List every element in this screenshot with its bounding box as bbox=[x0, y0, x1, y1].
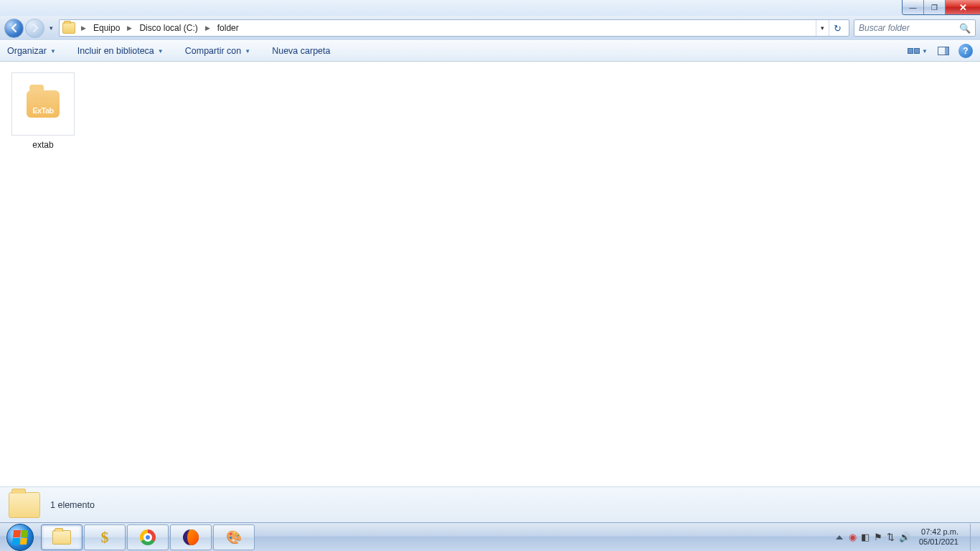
include-in-library-menu[interactable]: Incluir en biblioteca ▼ bbox=[77, 46, 164, 56]
tray-app-icon[interactable]: ◉ bbox=[849, 532, 857, 542]
breadcrumb-item-disk[interactable]: Disco local (C:) bbox=[138, 20, 199, 36]
folder-icon bbox=[62, 22, 75, 34]
action-center-icon[interactable]: ⚑ bbox=[874, 532, 882, 542]
taskbar-paint[interactable]: 🎨 bbox=[213, 524, 255, 550]
organize-menu[interactable]: Organizar ▼ bbox=[7, 46, 56, 56]
clock-time: 07:42 p.m. bbox=[919, 527, 958, 537]
include-label: Incluir en biblioteca bbox=[77, 46, 154, 56]
newfolder-label: Nueva carpeta bbox=[272, 46, 330, 56]
address-bar: ▾ ▶ Equipo ▶ Disco local (C:) ▶ folder ▾… bbox=[0, 16, 980, 40]
show-desktop-button[interactable] bbox=[970, 524, 977, 551]
file-name-label: extab bbox=[32, 140, 53, 150]
taskbar-firefox[interactable] bbox=[170, 524, 212, 550]
breadcrumb-item-equipo[interactable]: Equipo bbox=[92, 20, 121, 36]
minimize-button[interactable]: — bbox=[903, 0, 924, 14]
explorer-icon bbox=[52, 530, 71, 545]
breadcrumb[interactable]: ▶ Equipo ▶ Disco local (C:) ▶ folder ▾ ↻ bbox=[59, 19, 849, 37]
details-pane: 1 elemento bbox=[0, 486, 980, 522]
details-summary: 1 elemento bbox=[50, 500, 95, 510]
start-button[interactable] bbox=[0, 523, 40, 552]
search-input[interactable]: Buscar folder 🔍 bbox=[854, 19, 976, 37]
extab-icon-text: ExTab bbox=[32, 106, 54, 118]
breadcrumb-separator[interactable]: ▶ bbox=[202, 20, 213, 36]
views-icon bbox=[908, 48, 920, 54]
preview-pane-icon bbox=[938, 47, 949, 55]
chevron-down-icon: ▼ bbox=[158, 48, 164, 55]
chevron-down-icon: ▼ bbox=[245, 48, 250, 55]
firefox-icon bbox=[183, 529, 199, 545]
dollar-icon: $ bbox=[101, 528, 109, 547]
new-folder-button[interactable]: Nueva carpeta bbox=[272, 46, 330, 56]
tray-overflow-button[interactable] bbox=[836, 535, 843, 540]
search-placeholder: Buscar folder bbox=[859, 23, 910, 33]
nav-history-dropdown[interactable]: ▾ bbox=[46, 21, 56, 35]
change-view-button[interactable]: ▼ bbox=[907, 43, 928, 59]
volume-icon[interactable]: 🔊 bbox=[899, 532, 910, 542]
address-dropdown[interactable]: ▾ bbox=[816, 20, 829, 36]
clock-date: 05/01/2021 bbox=[919, 537, 958, 547]
refresh-button[interactable]: ↻ bbox=[829, 20, 846, 36]
system-tray: ◉ ◧ ⚑ ⇅ 🔊 07:42 p.m. 05/01/2021 bbox=[836, 523, 980, 551]
help-button[interactable]: ? bbox=[958, 44, 973, 58]
taskbar-chrome[interactable] bbox=[127, 524, 169, 550]
chrome-icon bbox=[140, 529, 156, 545]
share-label: Compartir con bbox=[185, 46, 242, 56]
toolbar: Organizar ▼ Incluir en biblioteca ▼ Comp… bbox=[0, 40, 980, 62]
chevron-down-icon: ▼ bbox=[50, 48, 56, 55]
file-list[interactable]: ExTab extab bbox=[0, 62, 980, 479]
extab-folder-icon: ExTab bbox=[27, 90, 60, 118]
preview-pane-button[interactable] bbox=[936, 43, 951, 59]
file-item-extab[interactable]: ExTab extab bbox=[9, 69, 77, 154]
share-with-menu[interactable]: Compartir con ▼ bbox=[185, 46, 250, 56]
windows-logo-icon bbox=[6, 524, 34, 551]
breadcrumb-item-folder[interactable]: folder bbox=[216, 20, 240, 36]
close-button[interactable]: ✕ bbox=[946, 0, 980, 14]
tray-app-icon[interactable]: ◧ bbox=[861, 532, 870, 542]
nav-forward-button[interactable] bbox=[25, 19, 44, 38]
clock[interactable]: 07:42 p.m. 05/01/2021 bbox=[915, 527, 963, 547]
chevron-down-icon: ▼ bbox=[922, 48, 928, 55]
taskbar: $ 🎨 ◉ ◧ ⚑ ⇅ 🔊 07:42 p.m. 05/01/2021 bbox=[0, 522, 980, 551]
breadcrumb-separator[interactable]: ▶ bbox=[78, 20, 89, 36]
nav-back-button[interactable] bbox=[4, 19, 24, 38]
window-controls: — ❐ ✕ bbox=[902, 0, 980, 15]
file-thumbnail: ExTab bbox=[11, 72, 75, 136]
organize-label: Organizar bbox=[7, 46, 47, 56]
search-icon: 🔍 bbox=[959, 23, 971, 34]
breadcrumb-separator[interactable]: ▶ bbox=[124, 20, 135, 36]
maximize-button[interactable]: ❐ bbox=[924, 0, 946, 14]
folder-icon bbox=[9, 492, 40, 518]
network-icon[interactable]: ⇅ bbox=[887, 532, 895, 542]
taskbar-app-dollar[interactable]: $ bbox=[84, 524, 126, 550]
paint-icon: 🎨 bbox=[225, 530, 242, 545]
taskbar-explorer[interactable] bbox=[41, 524, 83, 550]
